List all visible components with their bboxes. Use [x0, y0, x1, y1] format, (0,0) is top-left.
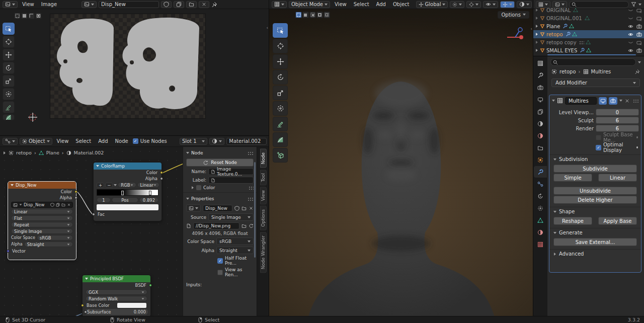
material-browse-button[interactable]: [209, 138, 224, 145]
filepath-field[interactable]: //Disp_New.png: [193, 222, 239, 229]
viewport-editor-type-button[interactable]: [272, 1, 287, 8]
close-icon[interactable]: [624, 98, 630, 104]
disable-render-icon[interactable]: [636, 8, 642, 13]
uv-selectmode-island[interactable]: [35, 13, 42, 19]
folder-icon[interactable]: [61, 203, 65, 207]
image-node-header[interactable]: Disp_New: [8, 182, 76, 189]
properties-options-dropdown[interactable]: [638, 61, 641, 63]
image-interpolation-dropdown[interactable]: Linear: [11, 209, 73, 214]
shield-icon[interactable]: [50, 203, 54, 207]
shape-section-header[interactable]: Shape: [549, 207, 641, 216]
tab-node-wrangler[interactable]: Node Wrangler: [260, 232, 267, 273]
bsdf-output-socket[interactable]: [149, 284, 152, 287]
close-icon[interactable]: [67, 203, 71, 207]
node-label-field[interactable]: [208, 177, 254, 184]
tool-select-box[interactable]: [273, 23, 288, 38]
image-vector-input-socket[interactable]: [7, 250, 10, 253]
selectmode-extend[interactable]: [302, 12, 309, 18]
optimal-display-checkbox[interactable]: ✓: [596, 145, 601, 150]
base-color-input-socket[interactable]: [81, 304, 84, 307]
image-alpha-output-socket[interactable]: [74, 196, 77, 199]
panel-image-name[interactable]: Disp_New: [203, 205, 232, 212]
base-color-swatch[interactable]: [117, 303, 146, 308]
render-level-field[interactable]: 6: [596, 125, 639, 132]
unlink-image-button[interactable]: [199, 1, 209, 8]
uv-tool-tweak[interactable]: [3, 23, 15, 35]
node-name-field[interactable]: Image Texture.0...: [208, 168, 254, 175]
properties-editor-type-button[interactable]: [534, 57, 547, 69]
image-color-output-socket[interactable]: [74, 190, 77, 193]
fake-user-button[interactable]: [161, 1, 172, 8]
node-principled-bsdf[interactable]: Principled BSDF BSDF GGX Random Walk Bas…: [82, 275, 151, 316]
tab-object-data[interactable]: [534, 214, 547, 226]
subdivide-button[interactable]: Subdivide: [553, 165, 637, 173]
tool-add-cube[interactable]: [273, 148, 288, 163]
tab-object[interactable]: [534, 154, 547, 166]
bsdf-header[interactable]: Principled BSDF: [83, 275, 150, 282]
uv-2d-cursor[interactable]: [29, 114, 36, 121]
add-modifier-dropdown[interactable]: Add Modifier: [551, 78, 640, 87]
pin-icon[interactable]: [211, 2, 217, 8]
shader-menu-add[interactable]: Add: [96, 138, 110, 144]
alpha-dropdown[interactable]: Straight: [216, 247, 254, 254]
collapse-icon[interactable]: [552, 100, 555, 102]
tab-view-layer[interactable]: [534, 106, 547, 117]
bsdf-sss-method-dropdown[interactable]: Random Walk: [86, 296, 147, 301]
ramp-tools-dropdown[interactable]: [114, 184, 117, 186]
delete-higher-button[interactable]: Delete Higher: [553, 196, 637, 204]
outliner-row-retopo-copy[interactable]: retopo copy: [533, 38, 644, 46]
proportional-edit-dropdown[interactable]: [466, 1, 481, 8]
bsdf-distribution-dropdown[interactable]: GGX: [86, 289, 147, 295]
overlays-dropdown[interactable]: [483, 1, 498, 8]
outliner-row-small-eyes[interactable]: SMALL EYES: [533, 46, 644, 54]
vp-menu-add[interactable]: Add: [374, 2, 388, 7]
uv-selectmode-edge[interactable]: [21, 13, 28, 19]
image-alpha-dropdown[interactable]: Straight: [24, 241, 73, 247]
mode-dropdown[interactable]: Object Mode: [289, 1, 330, 8]
save-external-button[interactable]: Save External...: [553, 238, 637, 246]
tool-annotate[interactable]: [273, 117, 288, 131]
properties-section-header[interactable]: Properties: [186, 195, 254, 203]
tab-render[interactable]: [534, 82, 547, 93]
use-nodes-checkbox[interactable]: ✓: [133, 138, 138, 144]
tool-cursor[interactable]: [273, 39, 288, 53]
node-section-header[interactable]: Node: [186, 149, 254, 157]
navigation-gizmo[interactable]: [504, 26, 526, 46]
tab-view[interactable]: View: [260, 187, 267, 204]
folder-icon[interactable]: [242, 223, 247, 228]
tab-options[interactable]: Options: [260, 206, 267, 230]
drag-dots-icon[interactable]: [248, 151, 254, 155]
uv-tool-rotate[interactable]: [3, 62, 15, 74]
tab-scene[interactable]: [534, 118, 547, 129]
properties-search-input[interactable]: [550, 58, 636, 66]
ramp-stop-0[interactable]: [121, 191, 124, 195]
tool-move[interactable]: [273, 54, 288, 69]
shading-solid-button[interactable]: [517, 1, 532, 8]
uv-tool-more[interactable]: [3, 114, 15, 120]
extras-dropdown[interactable]: [619, 100, 622, 102]
image-extension-dropdown[interactable]: Repeat: [11, 222, 73, 227]
viewport-canvas[interactable]: Options ‹: [269, 9, 533, 316]
list-icon[interactable]: [249, 186, 254, 190]
source-dropdown[interactable]: Single Image: [208, 213, 254, 221]
tab-world[interactable]: [534, 130, 547, 141]
image-node-datablock[interactable]: Disp_New: [11, 202, 73, 208]
ramp-stop-1[interactable]: [149, 191, 151, 195]
breadcrumb-expand-icon[interactable]: [4, 151, 6, 154]
ramp-interp-dropdown[interactable]: Linear: [137, 182, 159, 188]
tab-tool[interactable]: [534, 69, 547, 81]
outliner-row-original-001[interactable]: ORIGINAL.001: [533, 14, 644, 22]
node-image-texture[interactable]: Disp_New Color Alpha Disp_New Linear Fla…: [8, 181, 76, 260]
colorramp-color-output-socket[interactable]: [160, 171, 163, 174]
gizmos-toggle[interactable]: [500, 1, 515, 8]
uv-canvas[interactable]: ‹: [0, 9, 269, 136]
camera-icon[interactable]: [636, 24, 642, 29]
colorramp-header[interactable]: ColorRamp: [94, 163, 162, 170]
uv-tool-scale[interactable]: [3, 75, 15, 87]
shield-icon[interactable]: [234, 206, 239, 211]
hide-eye-icon[interactable]: [628, 16, 633, 21]
shader-canvas[interactable]: retopo› Plane› Material.002 ColorRamp Co…: [0, 147, 269, 316]
eye-icon[interactable]: [628, 48, 633, 53]
shader-menu-node[interactable]: Node: [113, 138, 131, 144]
slot-dropdown[interactable]: Slot 1: [180, 138, 207, 145]
